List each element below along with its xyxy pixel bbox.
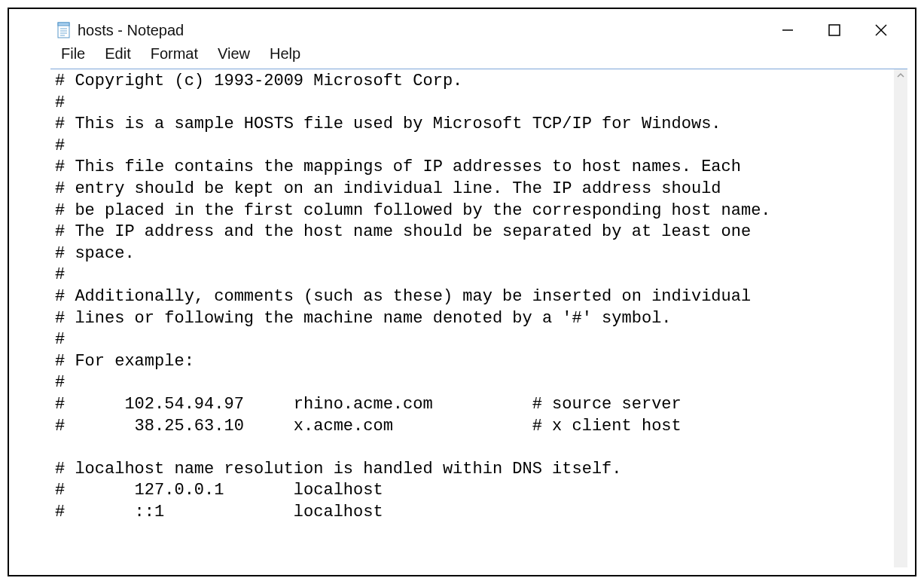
minimize-button[interactable] — [775, 20, 800, 41]
menu-help[interactable]: Help — [262, 44, 308, 64]
window-title: hosts - Notepad — [78, 22, 775, 39]
menu-file[interactable]: File — [53, 44, 93, 64]
menu-view[interactable]: View — [210, 44, 258, 64]
notepad-window: hosts - Notepad File Edit Format — [50, 17, 907, 567]
menu-format[interactable]: Format — [143, 44, 206, 64]
menubar: File Edit Format View Help — [50, 42, 907, 69]
screenshot-frame: hosts - Notepad File Edit Format — [8, 8, 916, 576]
notepad-icon — [56, 22, 72, 38]
text-editor[interactable]: # Copyright (c) 1993-2009 Microsoft Corp… — [50, 69, 894, 567]
editor-area: # Copyright (c) 1993-2009 Microsoft Corp… — [50, 69, 907, 567]
maximize-button[interactable] — [822, 20, 847, 41]
scroll-up-icon[interactable] — [894, 71, 907, 80]
titlebar[interactable]: hosts - Notepad — [50, 17, 907, 42]
window-controls — [775, 20, 901, 41]
close-button[interactable] — [868, 20, 894, 41]
svg-rect-7 — [829, 25, 840, 35]
svg-rect-1 — [58, 23, 69, 26]
menu-edit[interactable]: Edit — [97, 44, 138, 64]
vertical-scrollbar[interactable] — [894, 69, 907, 567]
